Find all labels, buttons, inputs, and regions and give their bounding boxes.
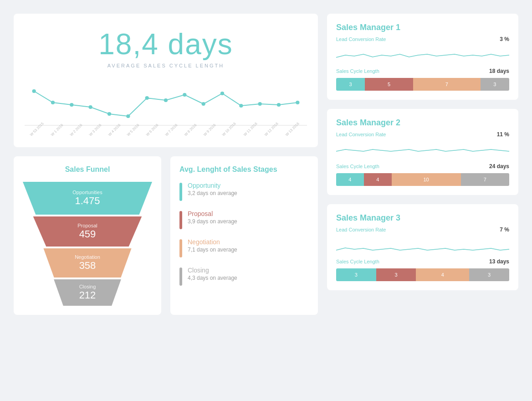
stage-bar-opportunity: [179, 183, 182, 201]
sales-manager-1-card: Sales Manager 1 Lead Conversion Rate 3 %…: [327, 14, 518, 100]
stage-bar-closing: [179, 267, 182, 286]
avg-sales-cycle-card: 18,4 days AVERAGE SALES CYCLE LENGTH: [14, 14, 318, 147]
stage-text-negotiation: Negotiation 7,1 days on average: [188, 238, 237, 253]
svg-point-6: [145, 96, 149, 100]
manager-1-title: Sales Manager 1: [336, 23, 509, 32]
manager-3-cycle-label: Sales Cycle Length: [336, 259, 379, 264]
stages-title: Avg. Lenght of Sales Stages: [179, 165, 309, 174]
avg-label: AVERAGE SALES CYCLE LENGTH: [25, 63, 307, 68]
manager-2-cycle-value: 24 days: [489, 163, 509, 170]
bar-seg-opp: 4: [336, 173, 364, 186]
svg-point-10: [220, 92, 224, 95]
manager-3-sparkline: [336, 236, 509, 255]
sales-funnel-card: Sales Funnel Opportunities 1.475 Proposa…: [14, 156, 161, 315]
bottom-left-section: Sales Funnel Opportunities 1.475 Proposa…: [14, 156, 318, 315]
bar-seg-close: 3: [481, 78, 509, 91]
stage-desc-opportunity: 3,2 days on average: [188, 190, 237, 196]
manager-2-stacked-bar: 4 4 10 7: [336, 173, 509, 186]
manager-3-title: Sales Manager 3: [336, 213, 509, 223]
manager-3-cycle-row: Sales Cycle Length 13 days: [336, 258, 509, 265]
funnel-item-opportunities: Opportunities 1.475: [23, 182, 152, 215]
stage-name-negotiation: Negotiation: [188, 238, 237, 246]
bar-seg-close: 3: [469, 268, 509, 281]
stage-item-negotiation: Negotiation 7,1 days on average: [179, 238, 309, 257]
right-column: Sales Manager 1 Lead Conversion Rate 3 %…: [327, 14, 518, 315]
manager-3-conversion-label: Lead Conversion Rate: [336, 227, 386, 232]
stage-text-proposal: Proposal 3,9 days on average: [188, 210, 237, 225]
svg-point-4: [107, 112, 111, 116]
manager-1-cycle-row: Sales Cycle Length 18 days: [336, 68, 509, 74]
funnel-item-proposal: Proposal 459: [33, 216, 142, 247]
avg-value: 18,4 days: [25, 27, 307, 61]
stage-desc-closing: 4,3 days on average: [188, 275, 237, 281]
stage-item-closing: Closing 4,3 days on average: [179, 267, 309, 286]
bar-seg-prop: 4: [364, 173, 392, 186]
funnel-close-count: 212: [79, 289, 96, 301]
svg-point-14: [296, 101, 299, 104]
manager-3-conversion-row: Lead Conversion Rate 7 %: [336, 226, 509, 233]
manager-3-stacked-bar: 3 3 4 3: [336, 268, 509, 281]
avg-line-chart: [25, 77, 307, 132]
funnel-neg-count: 358: [79, 260, 96, 272]
stage-desc-negotiation: 7,1 days on average: [188, 247, 237, 253]
funnel-title: Sales Funnel: [23, 165, 152, 174]
svg-point-13: [277, 103, 281, 107]
manager-1-stacked-bar: 3 5 7 3: [336, 78, 509, 91]
funnel-item-negotiation: Negotiation 358: [43, 248, 131, 278]
svg-point-8: [183, 93, 186, 97]
funnel-prop-label: Proposal: [77, 223, 97, 228]
manager-2-title: Sales Manager 2: [336, 118, 509, 128]
stage-item-opportunity: Opportunity 3,2 days on average: [179, 182, 309, 201]
x-axis-labels: W 53 2015 W 1 2016 W 2 2016 W 3 2016 W 4…: [25, 134, 307, 138]
stage-name-proposal: Proposal: [188, 210, 237, 217]
manager-1-conversion-label: Lead Conversion Rate: [336, 36, 386, 42]
stage-name-opportunity: Opportunity: [188, 182, 237, 189]
manager-2-conversion-row: Lead Conversion Rate 11 %: [336, 131, 509, 138]
svg-point-7: [164, 98, 168, 102]
funnel-close-label: Closing: [79, 284, 96, 289]
bar-seg-neg: 7: [413, 78, 481, 91]
funnel-neg-label: Negotiation: [75, 254, 100, 260]
funnel-chart: Opportunities 1.475 Proposal 459 Negotia…: [23, 182, 152, 306]
funnel-prop-count: 459: [79, 228, 96, 240]
bar-seg-prop: 5: [365, 78, 413, 91]
avg-stages-card: Avg. Lenght of Sales Stages Opportunity …: [170, 156, 318, 315]
stage-desc-proposal: 3,9 days on average: [188, 218, 237, 225]
bar-seg-opp: 3: [336, 268, 376, 281]
svg-point-12: [258, 102, 262, 106]
svg-point-1: [51, 101, 55, 104]
manager-1-cycle-label: Sales Cycle Length: [336, 68, 379, 74]
manager-2-conversion-label: Lead Conversion Rate: [336, 132, 386, 137]
bar-seg-neg: 10: [392, 173, 461, 186]
manager-1-conversion-row: Lead Conversion Rate 3 %: [336, 36, 509, 42]
bar-seg-opp: 3: [336, 78, 365, 91]
svg-point-3: [89, 105, 92, 109]
stage-name-closing: Closing: [188, 267, 237, 274]
manager-1-sparkline: [336, 46, 509, 64]
dashboard: 18,4 days AVERAGE SALES CYCLE LENGTH: [14, 14, 518, 315]
manager-2-conversion-value: 11 %: [497, 131, 509, 138]
manager-1-conversion-value: 3 %: [500, 36, 509, 42]
svg-point-5: [126, 114, 130, 118]
bar-seg-neg: 4: [416, 268, 469, 281]
svg-point-0: [32, 89, 36, 93]
stage-bar-proposal: [179, 211, 182, 229]
bar-seg-close: 7: [461, 173, 509, 186]
svg-point-11: [239, 104, 243, 108]
stage-item-proposal: Proposal 3,9 days on average: [179, 210, 309, 229]
manager-3-cycle-value: 13 days: [489, 258, 509, 265]
stage-bar-negotiation: [179, 239, 182, 257]
manager-2-sparkline: [336, 141, 509, 159]
manager-2-cycle-row: Sales Cycle Length 24 days: [336, 163, 509, 170]
stage-text-closing: Closing 4,3 days on average: [188, 267, 237, 281]
manager-2-cycle-label: Sales Cycle Length: [336, 164, 379, 169]
sales-manager-2-card: Sales Manager 2 Lead Conversion Rate 11 …: [327, 109, 518, 195]
sales-manager-3-card: Sales Manager 3 Lead Conversion Rate 7 %…: [327, 204, 518, 290]
funnel-item-closing: Closing 212: [54, 279, 121, 306]
manager-1-cycle-value: 18 days: [489, 68, 509, 74]
svg-point-9: [202, 102, 205, 106]
funnel-opp-label: Opportunities: [72, 190, 102, 195]
stage-text-opportunity: Opportunity 3,2 days on average: [188, 182, 237, 196]
funnel-opp-count: 1.475: [75, 195, 100, 207]
manager-3-conversion-value: 7 %: [500, 226, 509, 233]
